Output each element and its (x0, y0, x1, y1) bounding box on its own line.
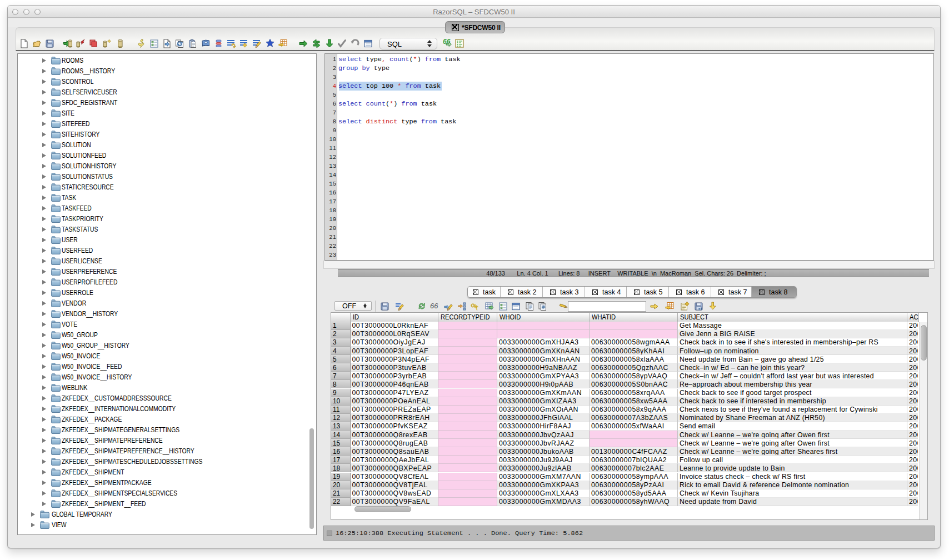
svg-text:66: 66 (430, 302, 438, 310)
